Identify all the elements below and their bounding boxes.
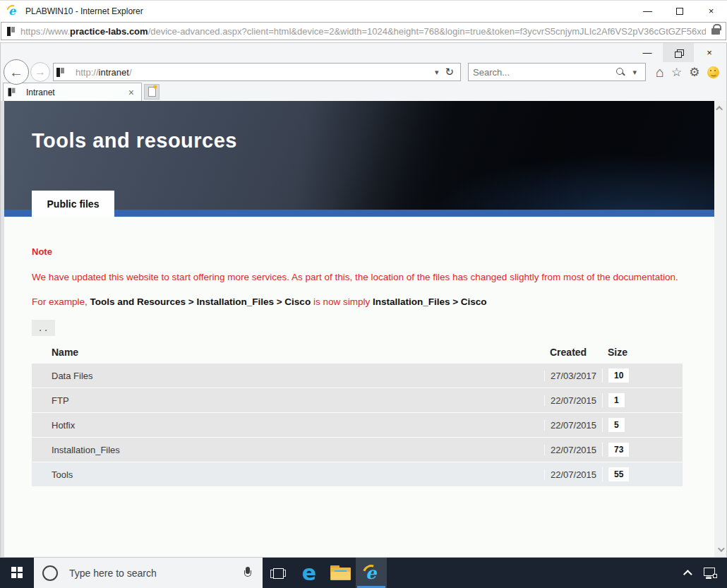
folder-link[interactable]: Installation_Files (32, 445, 544, 455)
outer-url-field[interactable]: https://www.practice-labs.com/device-adv… (1, 22, 726, 40)
search-input[interactable] (473, 67, 615, 78)
url-prefix: http:// (76, 67, 99, 78)
size-cell: 73 (602, 443, 683, 457)
edge-button[interactable]: e (294, 558, 325, 588)
outer-titlebar: e PLABWIN10 - Internet Explorer — × (0, 0, 727, 21)
size-cell: 55 (602, 467, 683, 481)
file-explorer-button[interactable] (325, 558, 356, 588)
cortana-icon (42, 565, 58, 581)
size-cell: 10 (602, 368, 683, 383)
minimize-icon: — (643, 47, 652, 58)
site-favicon (56, 68, 64, 77)
created-date: 22/07/2015 (544, 420, 602, 431)
table-row[interactable]: FTP 22/07/2015 1 (32, 388, 683, 412)
size-badge: 55 (608, 467, 629, 481)
favorites-button[interactable]: ☆ (671, 66, 682, 78)
internet-explorer-button[interactable]: e (356, 558, 387, 588)
scroll-up-button[interactable] (714, 102, 726, 114)
network-icon[interactable] (704, 568, 717, 579)
vertical-scrollbar[interactable] (714, 101, 726, 557)
url-suffix: / (129, 67, 132, 78)
search-box: ▾ (468, 63, 646, 81)
browser-action-icons: ⌂ ☆ ⚙ (656, 65, 719, 79)
folder-link[interactable]: Data Files (32, 371, 544, 381)
restore-icon (675, 49, 683, 56)
chevron-down-icon: ▾ (632, 68, 637, 76)
header-created: Created (544, 347, 602, 358)
forward-button[interactable]: → (30, 62, 50, 82)
folder-icon (330, 565, 351, 580)
back-button[interactable]: ← (4, 59, 29, 85)
tab-intranet[interactable]: Intranet × (3, 83, 142, 101)
windows-logo-icon (11, 567, 23, 579)
chevron-down-icon: ▾ (435, 68, 439, 76)
maximize-icon (676, 8, 683, 15)
home-icon: ⌂ (656, 64, 664, 80)
example-seg1: For example, (32, 296, 90, 307)
forward-icon: → (35, 66, 46, 78)
outer-minimize-button[interactable]: — (632, 1, 663, 21)
home-button[interactable]: ⌂ (656, 65, 664, 79)
created-date: 27/03/2017 (544, 371, 602, 381)
parent-directory-button[interactable]: . . (32, 320, 55, 336)
inner-minimize-button[interactable]: — (632, 43, 663, 62)
table-row[interactable]: Installation_Files 22/07/2015 73 (32, 438, 683, 462)
new-tab-icon: ✱ (148, 87, 156, 97)
size-cell: 1 (602, 393, 683, 407)
microphone-icon[interactable] (244, 567, 251, 580)
web-page: Tools and resources Public files Note We… (1, 101, 714, 557)
search-dropdown-button[interactable]: ▾ (628, 68, 641, 77)
lock-icon (711, 28, 720, 35)
page-title: Tools and resources (32, 129, 237, 152)
file-table: Name Created Size Data Files 27/03/2017 … (32, 341, 683, 487)
table-header-row: Name Created Size (32, 341, 683, 364)
folder-link[interactable]: FTP (32, 395, 544, 406)
refresh-icon: ↻ (445, 66, 454, 78)
settings-button[interactable]: ⚙ (689, 66, 699, 78)
address-bar[interactable]: http://intranet/ ▾ ↻ (53, 63, 461, 81)
refresh-button[interactable]: ↻ (443, 66, 457, 78)
scroll-down-button[interactable] (714, 544, 726, 556)
outer-maximize-button[interactable] (663, 1, 695, 21)
chevron-up-icon (716, 106, 723, 113)
tab-favicon (8, 88, 16, 97)
search-icon[interactable] (615, 67, 625, 77)
inner-browser-window: — × ← → http://intranet/ ▾ ↻ ▾ ⌂ ☆ ⚙ (0, 42, 727, 558)
gear-icon: ⚙ (689, 66, 699, 79)
url-host: intranet (99, 67, 129, 78)
note-heading: Note (32, 246, 52, 257)
table-row[interactable]: Hotfix 22/07/2015 5 (32, 413, 683, 437)
tray-chevron-up-icon[interactable] (683, 570, 692, 579)
inner-close-button[interactable]: × (694, 43, 725, 62)
outer-window-title: PLABWIN10 - Internet Explorer (25, 6, 143, 16)
parent-directory-label: . . (39, 324, 47, 332)
url-host: practice-labs.com (70, 26, 148, 37)
system-tray (686, 568, 727, 579)
star-icon: ☆ (671, 66, 682, 79)
taskbar-search-placeholder: Type here to search (69, 568, 244, 579)
example-seg4: Installation_Files > Cisco (373, 296, 487, 307)
start-button[interactable] (0, 558, 34, 588)
outer-window-controls: — × (632, 1, 727, 21)
close-icon: × (709, 6, 714, 16)
outer-url-text: https://www.practice-labs.com/device-adv… (20, 26, 706, 37)
inner-restore-button[interactable] (663, 43, 694, 62)
outer-close-button[interactable]: × (695, 1, 727, 21)
folder-link[interactable]: Tools (32, 469, 544, 480)
edge-icon: e (302, 563, 316, 584)
feedback-button[interactable] (707, 66, 719, 78)
tab-public-files[interactable]: Public files (32, 191, 114, 217)
header-name: Name (32, 347, 544, 358)
table-row[interactable]: Data Files 27/03/2017 10 (32, 364, 683, 388)
new-tab-button[interactable]: ✱ (144, 84, 160, 100)
page-content: Note We have updated this website to sta… (4, 217, 714, 557)
taskbar-search[interactable]: Type here to search (34, 558, 263, 588)
address-dropdown-button[interactable]: ▾ (431, 68, 443, 77)
screen: e PLABWIN10 - Internet Explorer — × http… (0, 0, 727, 588)
task-view-button[interactable] (263, 558, 294, 588)
tab-close-button[interactable]: × (126, 87, 137, 98)
folder-link[interactable]: Hotfix (32, 420, 544, 431)
table-row[interactable]: Tools 22/07/2015 55 (32, 462, 683, 486)
size-badge: 1 (608, 393, 625, 407)
minimize-icon: — (643, 6, 652, 16)
